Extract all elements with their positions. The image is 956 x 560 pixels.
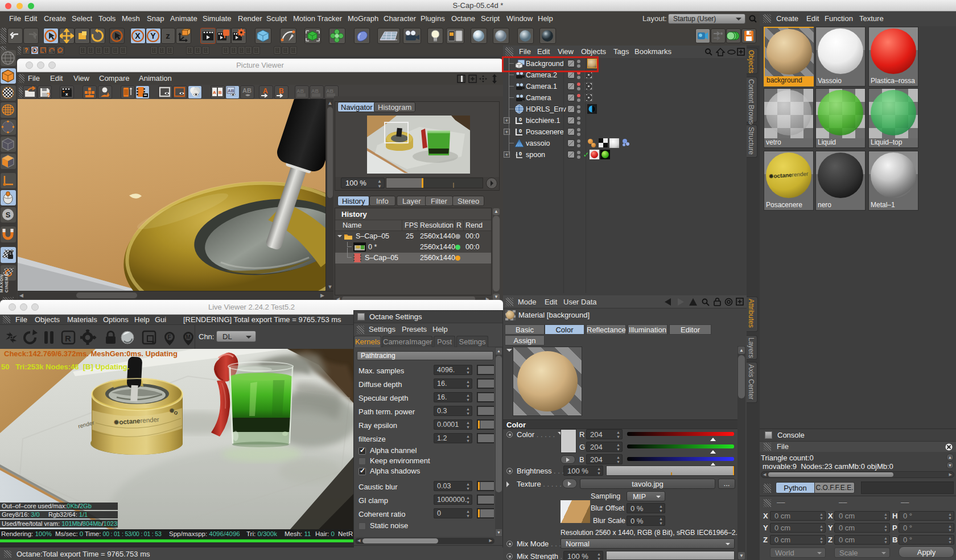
svg-text:AB: AB xyxy=(311,88,319,94)
svg-text:B: B xyxy=(279,87,284,95)
svg-text:B: B xyxy=(219,90,222,95)
svg-text:F: F xyxy=(168,334,171,340)
svg-text:0: 0 xyxy=(519,151,522,157)
svg-text:z: z xyxy=(166,31,170,40)
svg-text:M: M xyxy=(186,334,191,340)
svg-text:A: A xyxy=(263,87,268,95)
svg-text:x: x xyxy=(65,92,68,97)
svg-text:0: 0 xyxy=(519,128,522,134)
svg-text:?: ? xyxy=(47,92,50,98)
svg-text:AB: AB xyxy=(228,88,234,93)
svg-text:S: S xyxy=(6,211,11,219)
svg-text:A: A xyxy=(213,90,216,95)
svg-text:R: R xyxy=(65,333,71,343)
svg-text:AB: AB xyxy=(326,88,333,94)
svg-text:Y: Y xyxy=(150,31,156,40)
svg-text:X: X xyxy=(135,31,141,40)
svg-text:AB: AB xyxy=(296,88,304,94)
svg-text:0: 0 xyxy=(519,117,522,122)
svg-text:AB: AB xyxy=(242,87,252,94)
